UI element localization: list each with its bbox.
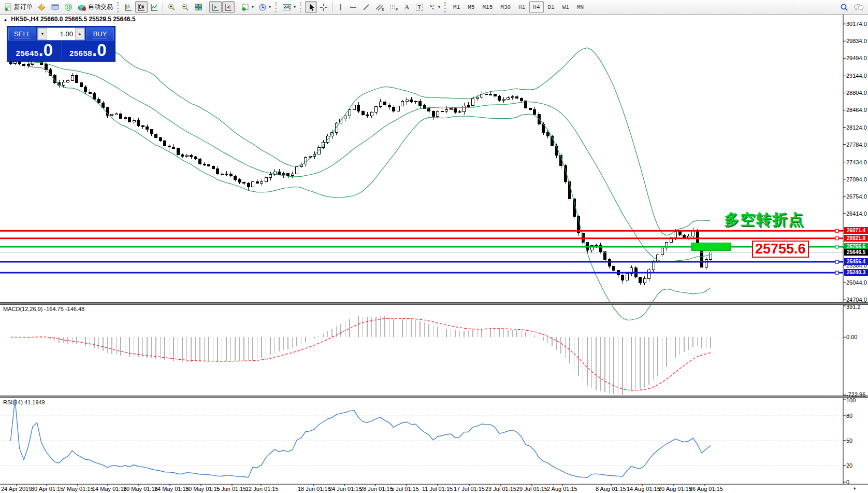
volume-decrease-button[interactable]: ▼ (38, 28, 47, 40)
signals-button[interactable] (62, 1, 75, 13)
dropdown-arrow-icon: ▾ (294, 5, 296, 9)
indicator-list-button[interactable]: ▾ (280, 1, 298, 13)
line-chart-button[interactable] (148, 1, 161, 13)
price-tick-label: 27434.0 (846, 159, 867, 165)
time-axis-label: 8 Aug 01:15 (596, 486, 626, 492)
dropdown-arrow-icon: ▾ (269, 5, 271, 9)
buy-button[interactable]: BUY (86, 27, 114, 40)
new-order-button[interactable]: 新订单 (2, 1, 35, 13)
tile-windows-button[interactable] (192, 1, 205, 13)
timeframe-h4-button[interactable]: H4 (529, 1, 543, 13)
timeframe-h1-button[interactable]: H1 (515, 1, 529, 13)
toolbar-drag-handle[interactable] (444, 2, 447, 12)
macd-value: -164.75 (44, 306, 63, 312)
chart-title: ▲ HK50-,H4 25660.0 25665.5 25529.5 25646… (3, 16, 136, 23)
symbols-button[interactable] (35, 1, 48, 13)
timeframe-m5-button[interactable]: M5 (464, 1, 478, 13)
crosshair-button[interactable] (317, 1, 330, 13)
auto-scroll-button[interactable] (209, 1, 222, 13)
arrows-tool-icon (428, 3, 436, 11)
time-axis-label: 30 Apr 01:15 (31, 486, 63, 492)
price-level-badge: 25921.8 (844, 235, 868, 242)
level-line-handle[interactable] (835, 229, 838, 232)
level-line-handle[interactable] (835, 237, 838, 240)
price-callout-label[interactable]: 25755.6 (752, 241, 809, 258)
arrows-tool-button[interactable]: ▾ (426, 1, 442, 13)
trendline-button[interactable] (360, 1, 372, 13)
auto-scroll-icon (211, 3, 220, 11)
price-tick-label: 30174.0 (846, 21, 867, 27)
search-icon (840, 3, 849, 11)
price-tick-label: 29834.0 (846, 38, 867, 44)
volume-input[interactable] (47, 28, 75, 40)
equidistant-channel-button[interactable]: E (373, 1, 386, 13)
collapse-arrow-icon[interactable]: ▲ (3, 17, 8, 22)
chart-shift-button[interactable] (222, 1, 235, 13)
timeframe-m1-button[interactable]: M1 (450, 1, 464, 13)
bollinger-lower-band (28, 66, 711, 320)
timeframe-mn-button[interactable]: MN (573, 1, 587, 13)
autotrading-button[interactable]: 自动交易 (76, 1, 115, 13)
chat-button[interactable] (851, 1, 866, 13)
fibonacci-button[interactable]: F (387, 1, 400, 13)
vertical-line-button[interactable] (335, 1, 346, 13)
label-tool-button[interactable]: T (413, 1, 425, 13)
toolbar-separator (332, 2, 332, 12)
price-chart (0, 0, 868, 493)
timeframe-d1-button[interactable]: D1 (544, 1, 558, 13)
rsi-tick-label: 100 (846, 397, 856, 403)
bollinger-middle-band (28, 62, 711, 262)
zoom-out-icon (181, 3, 190, 11)
sell-button[interactable]: SELL (8, 27, 36, 40)
zoom-out-button[interactable] (179, 1, 192, 13)
periods-button[interactable]: ▾ (256, 1, 273, 13)
add-indicator-button[interactable]: ▾ (239, 1, 256, 13)
toolbar-drag-handle[interactable] (117, 2, 120, 12)
toolbar-separator (163, 2, 163, 12)
horizontal-line-icon (349, 3, 357, 11)
search-button[interactable] (838, 1, 851, 13)
toolbar-drag-handle[interactable] (300, 2, 303, 12)
text-tool-button[interactable]: A (401, 1, 413, 13)
dropdown-arrow-icon: ▾ (252, 5, 254, 9)
pane-divider[interactable] (0, 396, 868, 398)
rsi-value: 41.1949 (24, 399, 45, 405)
pane-divider[interactable] (0, 302, 868, 305)
time-axis-label: 28 Jun 01:15 (360, 486, 393, 492)
time-axis-label: 12 Jun 01:15 (245, 486, 279, 492)
price-tick-label: 28124.0 (846, 124, 867, 131)
level-line-handle[interactable] (835, 260, 838, 263)
cursor-button[interactable] (305, 1, 317, 13)
timeframe-m15-button[interactable]: M15 (479, 1, 496, 13)
volume-control: ▼ ▲ (37, 27, 85, 40)
symbol-period: HK50-,H4 (11, 16, 38, 23)
candlestick-button[interactable] (135, 1, 148, 13)
timeframe-m30-button[interactable]: M30 (497, 1, 514, 13)
level-line-handle[interactable] (835, 245, 838, 248)
bar-chart-icon (124, 3, 133, 11)
autotrading-label: 自动交易 (88, 3, 113, 11)
sell-price-display[interactable]: 25645.0 (8, 41, 61, 60)
horizontal-line-button[interactable] (347, 1, 359, 13)
level-line-handle[interactable] (835, 271, 838, 274)
highlight-rectangle[interactable] (691, 243, 731, 250)
buy-price-display[interactable]: 25658.0 (62, 41, 114, 60)
chart-annotation-text[interactable]: 多空转折点 (724, 209, 804, 230)
macd-tick-label: 391.2 (846, 304, 861, 310)
chart-shift-icon (224, 3, 233, 11)
rsi-tick-label: 0 (846, 479, 849, 485)
time-axis-label: 18 Jun 01:15 (298, 486, 331, 492)
bar-chart-button[interactable] (122, 1, 135, 13)
chart-window-button[interactable] (49, 1, 62, 13)
zoom-in-button[interactable] (165, 1, 178, 13)
toolbar-drag-handle[interactable] (275, 2, 278, 12)
sell-price: 25645 (16, 49, 38, 58)
toolbar-separator (207, 2, 207, 12)
text-tool-icon: A (404, 3, 409, 11)
symbols-icon (37, 3, 46, 11)
new-order-icon (4, 3, 12, 11)
volume-increase-button[interactable]: ▲ (75, 28, 84, 40)
price-tick-label: 29494.0 (846, 55, 867, 61)
chart-window-icon (51, 3, 60, 11)
timeframe-w1-button[interactable]: W1 (559, 1, 573, 13)
